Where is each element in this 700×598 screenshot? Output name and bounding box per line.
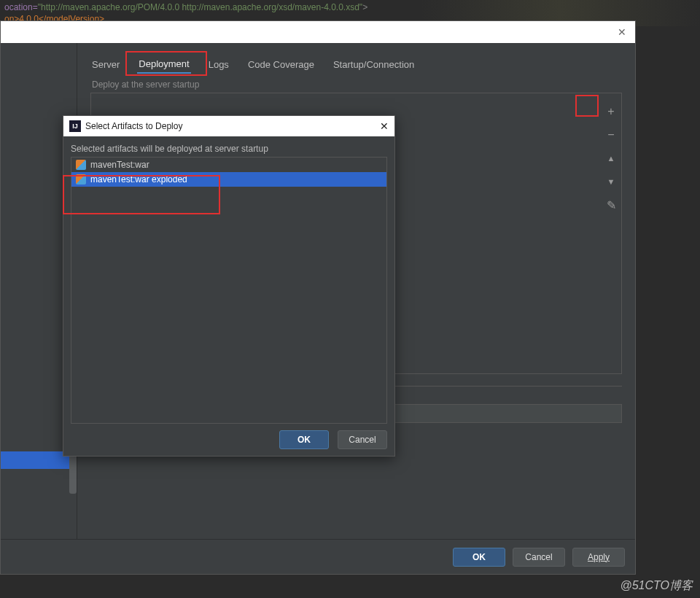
popup-titlebar[interactable]: IJ Select Artifacts to Deploy ✕ (63, 116, 394, 136)
popup-body: Selected artifacts will be deployed at s… (63, 136, 394, 424)
code-text: > (362, 2, 368, 12)
artifact-icon (76, 160, 86, 170)
intellij-icon: IJ (69, 120, 81, 132)
artifact-label: mavenTest:war exploded (90, 174, 187, 185)
artifact-row[interactable]: mavenTest:war (71, 158, 386, 172)
tab-code-coverage[interactable]: Code Coverage (246, 56, 316, 73)
tab-logs[interactable]: Logs (207, 56, 230, 73)
select-artifacts-dialog: IJ Select Artifacts to Deploy ✕ Selected… (63, 115, 395, 457)
code-string: "http://maven.apache.org/POM/4.0.0 http:… (38, 2, 362, 12)
tab-startup-connection[interactable]: Startup/Connection (332, 56, 416, 73)
deploy-section-label: Deploy at the server startup (92, 79, 622, 90)
code-attr: ocation= (4, 2, 38, 12)
artifact-list[interactable]: mavenTest:war mavenTest:war exploded (71, 157, 387, 424)
watermark: @51CTO博客 (620, 578, 693, 594)
cancel-button[interactable]: Cancel (338, 430, 387, 449)
scrollbar-thumb[interactable] (69, 451, 77, 494)
close-icon[interactable]: ✕ (380, 120, 389, 132)
ok-button[interactable]: OK (279, 430, 329, 449)
close-icon[interactable]: ✕ (618, 27, 628, 37)
tab-deployment[interactable]: Deployment (137, 55, 190, 74)
artifact-row[interactable]: mavenTest:war exploded (71, 172, 386, 187)
popup-title: Select Artifacts to Deploy (85, 121, 376, 131)
popup-message: Selected artifacts will be deployed at s… (71, 144, 387, 154)
popup-button-bar: OK Cancel (63, 424, 394, 456)
remove-icon[interactable]: − (604, 128, 618, 141)
artifact-icon (76, 174, 86, 185)
move-down-icon[interactable]: ▼ (604, 175, 618, 188)
tab-server[interactable]: Server (90, 56, 121, 73)
outer-button-bar: OK Cancel Apply (1, 539, 635, 574)
cancel-button[interactable]: Cancel (513, 548, 565, 567)
move-up-icon[interactable]: ▲ (604, 152, 618, 165)
apply-button[interactable]: Apply (572, 548, 625, 567)
artifact-label: mavenTest:war (90, 160, 149, 170)
add-icon[interactable]: + (604, 105, 618, 118)
deploy-side-toolbar: + − ▲ ▼ ✎ (601, 93, 621, 373)
outer-titlebar[interactable]: ✕ (1, 21, 635, 43)
config-tabs: Server Deployment Logs Code Coverage Sta… (90, 53, 622, 75)
edit-icon[interactable]: ✎ (604, 198, 618, 211)
ok-button[interactable]: OK (453, 548, 505, 567)
